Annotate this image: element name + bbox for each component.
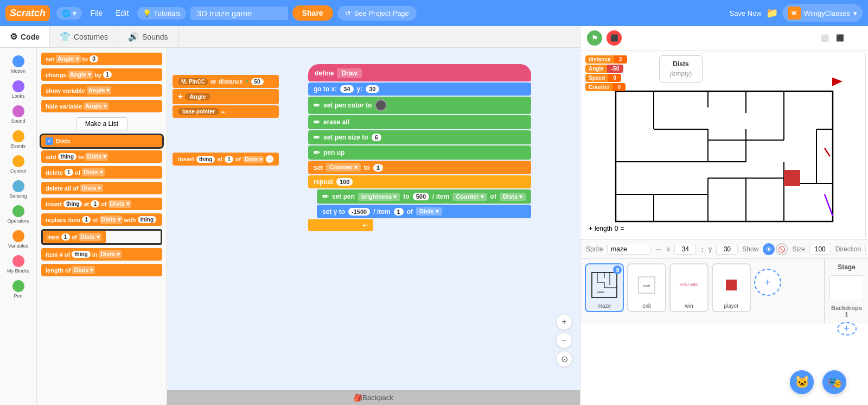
palette-show-var[interactable]: show variable Angle ▾ — [41, 84, 162, 97]
cat-pen[interactable]: Pen — [4, 278, 33, 301]
stage-thumb[interactable] — [829, 275, 864, 300]
code-brightness-dropdown[interactable]: brightness ▾ — [358, 193, 400, 201]
cat-control[interactable]: Control — [4, 153, 33, 176]
code-pen-up[interactable]: ✏ pen up — [308, 145, 531, 160]
code-goto-x[interactable]: 34 — [340, 85, 353, 93]
palette-length-dists[interactable]: length of Dists ▾ — [41, 264, 162, 276]
palette-delete-all-dists[interactable]: delete all of Dists ▾ — [41, 182, 162, 194]
palette-set-angle[interactable]: set Angle ▾ to 0 — [41, 53, 162, 65]
insert-thing-input[interactable]: thing — [63, 200, 82, 207]
cat-events[interactable]: Events — [4, 128, 33, 151]
zoom-reset-button[interactable]: ⊙ — [556, 351, 572, 367]
dists-checkbox[interactable]: ✓ — [46, 137, 53, 145]
scratch-cat-button[interactable]: 🐱 — [790, 370, 814, 394]
shrink-stage-button[interactable]: ⬛ — [833, 31, 846, 45]
code-set-pen-size[interactable]: ✏ set pen size to 6 — [308, 130, 531, 144]
code-define-draw[interactable]: define Draw — [308, 64, 531, 81]
code-set-y[interactable]: set y to -1500 / item 1 of Dists ▾ — [317, 205, 531, 218]
file-menu[interactable]: File — [86, 7, 107, 20]
item-hash-thing[interactable]: thing — [72, 251, 90, 258]
cat-sound[interactable]: Sound — [4, 103, 33, 126]
folder-icon[interactable]: 📁 — [766, 7, 778, 19]
sprite-name-input[interactable] — [607, 244, 650, 255]
green-flag-button[interactable]: ⚑ — [587, 30, 602, 46]
edit-menu[interactable]: Edit — [111, 7, 133, 20]
length-dists-dropdown[interactable]: Dists ▾ — [72, 266, 95, 274]
cat-variables[interactable]: Variables — [4, 228, 33, 251]
angle-dropdown[interactable]: Angle ▾ — [56, 55, 81, 63]
tab-sounds[interactable]: 🔊 Sounds — [118, 26, 178, 47]
cat-looks[interactable]: Looks — [4, 78, 33, 101]
add-dists-dropdown[interactable]: Dists ▾ — [85, 153, 108, 161]
code-block-1[interactable]: M. PlnCC or distance > 50 — [173, 75, 279, 88]
palette-item-hash[interactable]: item # of thing in Dists ▾ — [41, 248, 162, 261]
tab-code[interactable]: ⚙ Code — [0, 26, 50, 47]
sprite-add-fab[interactable]: 🎭 — [822, 370, 846, 394]
code-repeat[interactable]: repeat 100 — [308, 175, 531, 188]
code-area[interactable]: M. PlnCC or distance > 50 + Angle — [167, 48, 580, 405]
cat-sensing[interactable]: Sensing — [4, 178, 33, 201]
make-list-button[interactable]: Make a List — [76, 117, 127, 130]
code-color-swatch[interactable] — [375, 99, 387, 111]
tab-costumes[interactable]: 👕 Costumes — [50, 26, 118, 47]
sprite-player[interactable]: player — [712, 263, 751, 312]
show-var-dropdown[interactable]: Angle ▾ — [87, 86, 112, 94]
change-angle-dropdown[interactable]: Angle ▾ — [68, 71, 93, 79]
project-title-input[interactable] — [190, 7, 288, 20]
expand-stage-button[interactable]: ⬜ — [818, 31, 831, 45]
replace-item-input[interactable]: 1 — [82, 216, 91, 223]
code-set-brightness[interactable]: ✏ set pen brightness ▾ to 500 / item Cou… — [317, 189, 531, 204]
code-set-counter[interactable]: set Counter ▾ to 1 — [308, 161, 531, 174]
cat-operators[interactable]: Operators — [4, 203, 33, 226]
add-thing-input[interactable]: thing — [58, 153, 76, 160]
see-project-button[interactable]: ↺ See Project Page — [337, 6, 417, 21]
replace-dists-dropdown[interactable]: Dists ▾ — [100, 216, 123, 224]
code-brightness-val[interactable]: 500 — [413, 193, 429, 200]
share-button[interactable]: Share — [292, 5, 333, 21]
cat-myblocks[interactable]: My Blocks — [4, 253, 33, 276]
angle-val-input[interactable]: 0 — [90, 55, 98, 62]
hide-var-dropdown[interactable]: Angle ▾ — [84, 102, 108, 110]
code-dists-ref[interactable]: Dists ▾ — [500, 193, 526, 201]
globe-button[interactable]: 🌐 ▾ — [56, 7, 82, 20]
palette-hide-var[interactable]: hide variable Angle ▾ — [41, 100, 162, 112]
code-block-angle[interactable]: + Angle — [173, 89, 279, 104]
sprite-win[interactable]: YOU WIN win — [669, 263, 709, 312]
cat-motion[interactable]: Motion — [4, 53, 33, 76]
code-set-pen-color[interactable]: ✏ set pen color to — [308, 97, 531, 114]
code-erase-all[interactable]: ✏ erase all — [308, 115, 531, 129]
code-pen-size[interactable]: 6 — [372, 134, 381, 141]
save-now-button[interactable]: Save Now — [730, 9, 762, 17]
code-counter-ref[interactable]: Counter ▾ — [452, 193, 487, 201]
code-goto[interactable]: go to x: 34 y: 30 — [308, 83, 531, 96]
code-block-base[interactable]: base-pointer = — [173, 105, 279, 118]
scratch-logo[interactable]: Scratch — [5, 5, 50, 21]
palette-insert-dists[interactable]: insert thing at 1 of Dists ▾ — [41, 198, 162, 210]
insert-dists-dropdown[interactable]: Dists ▾ — [108, 200, 131, 208]
sprite-maze[interactable]: 🗑 maze — [585, 263, 624, 312]
sprite-exit[interactable]: exit exit — [627, 263, 666, 312]
change-by-input[interactable]: 1 — [103, 71, 112, 78]
code-counter-dropdown[interactable]: Counter ▾ — [326, 163, 360, 172]
fullscreen-button[interactable]: ⛶ — [848, 31, 861, 45]
code-sety-item[interactable]: 1 — [394, 208, 404, 216]
size-input[interactable] — [809, 244, 831, 255]
code-repeat-count[interactable]: 100 — [336, 178, 353, 186]
palette-item-dists[interactable]: item 1 of Dists ▾ — [43, 231, 106, 243]
code-sety-dists[interactable]: Dists ▾ — [416, 207, 442, 216]
x-input[interactable] — [674, 244, 696, 255]
direction-input[interactable] — [865, 244, 868, 255]
item-num-input[interactable]: 1 — [61, 233, 70, 241]
delete-all-dropdown[interactable]: Dists ▾ — [80, 184, 103, 192]
palette-change-angle[interactable]: change Angle ▾ by 1 — [41, 68, 162, 81]
y-input[interactable] — [716, 244, 738, 255]
palette-dists-check[interactable]: ✓ Dists — [41, 135, 162, 147]
backpack-bar[interactable]: 🎒 Backpack — [167, 390, 580, 405]
insert-at-input[interactable]: 1 — [91, 200, 99, 207]
code-insert-block[interactable]: insert thing at 1 of Dists ▾ → — [173, 153, 279, 166]
palette-delete-dists[interactable]: delete 1 of Dists ▾ — [41, 166, 162, 179]
maze-delete-badge[interactable]: 🗑 — [613, 265, 622, 274]
delete-dists-dropdown[interactable]: Dists ▾ — [82, 168, 105, 176]
zoom-out-button[interactable]: − — [556, 332, 572, 349]
user-area[interactable]: W WiingyClasses ▾ — [782, 4, 863, 22]
